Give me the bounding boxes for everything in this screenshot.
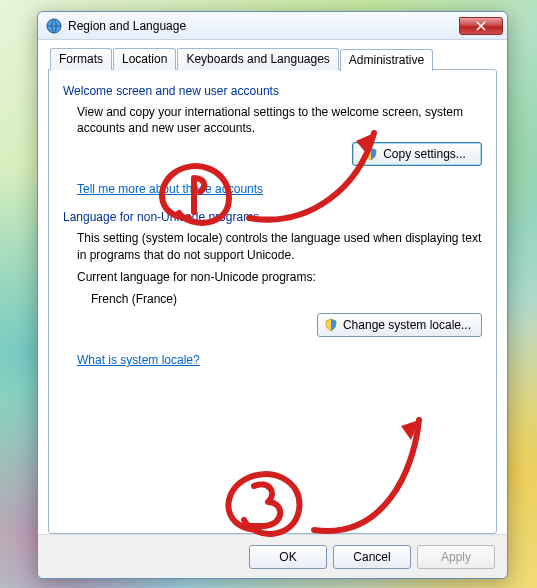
- tab-keyboards-languages[interactable]: Keyboards and Languages: [177, 48, 338, 70]
- learn-more-accounts-link[interactable]: Tell me more about these accounts: [77, 182, 263, 196]
- current-locale-label: Current language for non-Unicode program…: [77, 269, 482, 285]
- welcome-body: View and copy your international setting…: [77, 104, 482, 136]
- uac-shield-icon: [364, 147, 378, 161]
- change-locale-label: Change system locale...: [343, 318, 471, 332]
- apply-label: Apply: [441, 550, 471, 564]
- tab-strip: Formats Location Keyboards and Languages…: [50, 48, 497, 70]
- cancel-label: Cancel: [353, 550, 390, 564]
- window-title: Region and Language: [68, 19, 459, 33]
- ok-button[interactable]: OK: [249, 545, 327, 569]
- close-icon: [476, 21, 486, 31]
- tab-location[interactable]: Location: [113, 48, 176, 70]
- cancel-button[interactable]: Cancel: [333, 545, 411, 569]
- globe-icon: [46, 18, 62, 34]
- uac-shield-icon: [324, 318, 338, 332]
- current-locale-value: French (France): [91, 291, 482, 307]
- ok-label: OK: [279, 550, 296, 564]
- tab-formats[interactable]: Formats: [50, 48, 112, 70]
- copy-settings-button[interactable]: Copy settings...: [352, 142, 482, 166]
- change-system-locale-button[interactable]: Change system locale...: [317, 313, 482, 337]
- welcome-heading: Welcome screen and new user accounts: [63, 84, 482, 98]
- nonunicode-heading: Language for non-Unicode programs: [63, 210, 482, 224]
- content-area: Formats Location Keyboards and Languages…: [38, 40, 507, 534]
- region-language-dialog: Region and Language Formats Location Key…: [37, 11, 508, 579]
- what-is-system-locale-link[interactable]: What is system locale?: [77, 353, 200, 367]
- tab-panel-administrative: Welcome screen and new user accounts Vie…: [48, 69, 497, 534]
- tab-administrative[interactable]: Administrative: [340, 49, 433, 71]
- titlebar: Region and Language: [38, 12, 507, 40]
- nonunicode-body: This setting (system locale) controls th…: [77, 230, 482, 262]
- apply-button: Apply: [417, 545, 495, 569]
- dialog-footer: OK Cancel Apply: [38, 534, 507, 578]
- close-button[interactable]: [459, 17, 503, 35]
- copy-settings-label: Copy settings...: [383, 147, 466, 161]
